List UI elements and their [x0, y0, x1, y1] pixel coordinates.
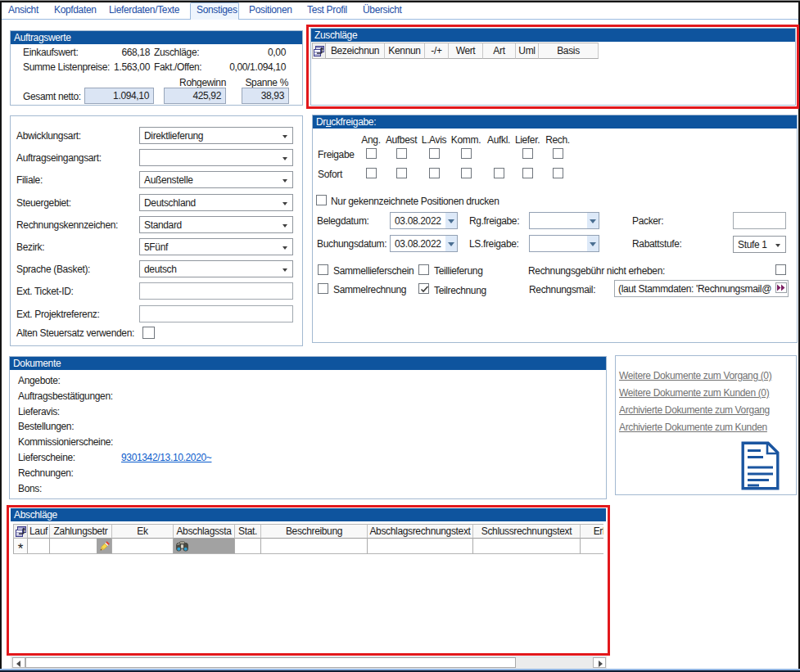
abschlaege-column-header-1[interactable]: Lauf: [28, 524, 50, 539]
abschlaege-cell-abschlagsrechnungstext[interactable]: [368, 539, 473, 554]
pencil-icon: [98, 540, 111, 552]
document-icon: [741, 441, 780, 493]
rechnungsmail-expand-button[interactable]: [775, 282, 787, 293]
double-arrow-right-icon: [776, 283, 786, 292]
rechnungsmail-input[interactable]: (laut Stammdaten: 'Rechnungsmail@: [614, 280, 789, 297]
abschlaege-column-header-8[interactable]: Schlussrechnungstext: [473, 524, 581, 539]
abschlaege-cell-lauf[interactable]: [28, 539, 50, 554]
abschlaege-column-header-9[interactable]: Erlös: [581, 524, 603, 539]
abschlaege-grid-clip: LaufZahlungsbetrEkAbschlagsstaStat.Besch…: [0, 0, 603, 672]
rabattstufe-combobox[interactable]: Stufe 1: [733, 236, 786, 253]
abschlaege-cell-ek[interactable]: [112, 539, 174, 554]
abschlaege-column-header-5[interactable]: Stat.: [235, 524, 261, 539]
rabattstufe-label: Rabattstufe:: [632, 238, 682, 250]
abschlaege-new-row-header[interactable]: *: [13, 539, 28, 554]
document-page-icon: [741, 441, 780, 490]
packer-input[interactable]: [733, 212, 786, 229]
weitere-dokumente-link-4[interactable]: Archivierte Dokumente zum Kunden: [619, 422, 767, 433]
chevron-down-icon: [775, 244, 780, 247]
rechnungsgebuehr-checkbox[interactable]: [775, 264, 786, 275]
abschlaege-column-header-2[interactable]: Zahlungsbetr: [50, 524, 112, 539]
abschlaege-column-header-7[interactable]: Abschlagsrechnungstext: [368, 524, 473, 539]
abschlaege-cell-stat[interactable]: [235, 539, 261, 554]
rabattstufe-value: Stufe 1: [738, 239, 767, 250]
zahlungsbetrag-edit-button[interactable]: [97, 539, 111, 553]
order-misc-tab-page: Ansicht Kopfdaten Lieferdaten/Texte Sons…: [0, 0, 800, 672]
weitere-dokumente-link-1[interactable]: Weitere Dokumente zum Vorgang (0): [619, 370, 771, 381]
icon-shape: [16, 534, 22, 535]
icon-shape: [777, 285, 781, 291]
packer-label: Packer:: [632, 215, 663, 227]
icon-shape: [781, 285, 785, 291]
grid-properties-icon: [16, 526, 26, 537]
icon-shape: [180, 542, 185, 543]
icon-shape: [184, 548, 188, 551]
abschlaege-column-header-4[interactable]: Abschlagssta: [174, 524, 235, 539]
abschlaege-cell-abschlagssta[interactable]: [174, 539, 235, 554]
icon-shape: [177, 548, 180, 551]
icon-shape: [98, 541, 109, 552]
abschlaege-column-header-3[interactable]: Ek: [112, 524, 174, 539]
abschlaege-column-header-6[interactable]: Beschreibung: [261, 524, 368, 539]
weitere-dokumente-link-2[interactable]: Weitere Dokumente zum Kunden (0): [619, 387, 769, 399]
abschlaege-cell-beschreibung[interactable]: [261, 539, 368, 554]
abschlaege-grid-corner-cell[interactable]: [13, 524, 28, 539]
binoculars-icon: [176, 541, 188, 552]
abschlaege-cell-schlussrechnungstext[interactable]: [473, 539, 581, 554]
icon-shape: [181, 544, 184, 548]
weitere-dokumente-link-3[interactable]: Archivierte Dokumente zum Vorgang: [619, 404, 770, 416]
abschlaege-cell-zahlungsbetr[interactable]: [50, 539, 112, 554]
abschlaege-cell-erlös[interactable]: [581, 539, 603, 554]
